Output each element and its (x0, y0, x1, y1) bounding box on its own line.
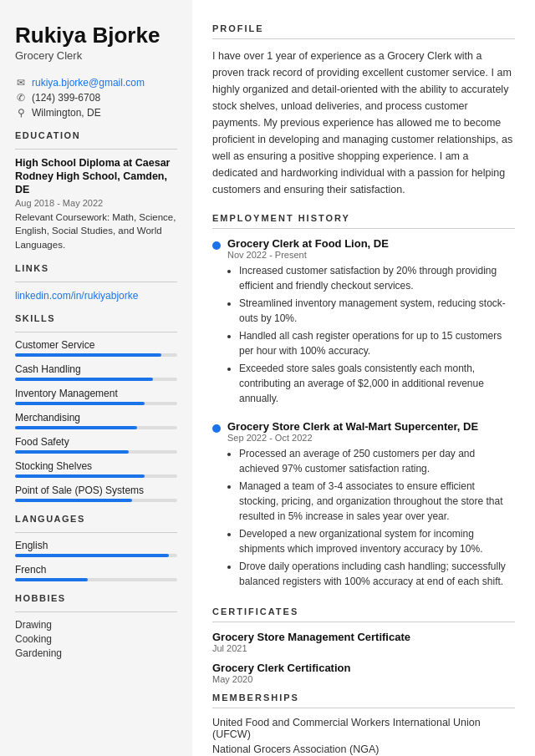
job-dot (212, 241, 221, 250)
memberships-list: United Food and Commercial Workers Inter… (212, 717, 515, 755)
skill-bar-bg (15, 426, 177, 429)
skill-label: Merchandising (15, 412, 177, 424)
language-item: French (15, 564, 177, 581)
certificate-item: Grocery Clerk Certification May 2020 (212, 662, 515, 684)
certificates-list: Grocery Store Management Certificate Jul… (212, 631, 515, 684)
certificate-item: Grocery Store Management Certificate Jul… (212, 631, 515, 653)
job-bullet: Increased customer satisfaction by 20% t… (239, 263, 515, 293)
job-title: Grocery Store Clerk at Wal-Mart Supercen… (227, 420, 515, 433)
job-block: Grocery Store Clerk at Wal-Mart Supercen… (212, 420, 515, 591)
candidate-name: Rukiya Bjorke (15, 23, 177, 48)
linkedin-link-container: linkedin.com/in/rukiyabjorke (15, 289, 177, 302)
main-content: PROFILE I have over 1 year of experience… (192, 0, 535, 756)
job-title: Grocery Clerk at Food Lion, DE (227, 237, 515, 250)
job-bullet: Drove daily operations including cash ha… (239, 559, 515, 589)
profile-text: I have over 1 year of experience as a Gr… (212, 48, 515, 198)
skill-bar-fill (15, 402, 145, 405)
employment-section-title: EMPLOYMENT HISTORY (212, 213, 515, 223)
location-icon: ⚲ (15, 107, 27, 119)
profile-divider (212, 38, 515, 39)
skill-label: Cash Handling (15, 363, 177, 375)
phone-contact: ✆ (124) 399-6708 (15, 92, 177, 104)
profile-section-title: PROFILE (212, 23, 515, 33)
edu-degree: High School Diploma at Caesar Rodney Hig… (15, 156, 177, 197)
skill-bar-fill (15, 474, 145, 478)
hobby-item: Cooking (15, 633, 177, 645)
skill-label: Point of Sale (POS) Systems (15, 485, 177, 496)
skill-label: Food Safety (15, 436, 177, 448)
skill-bar-bg (15, 378, 177, 381)
employment-divider (212, 228, 515, 229)
cert-date: Jul 2021 (212, 643, 515, 653)
skills-section-title: SKILLS (15, 313, 177, 323)
skill-bar-bg (15, 450, 177, 454)
location-text: Wilmington, DE (32, 107, 101, 119)
edu-coursework: Relevant Coursework: Math, Science, Engl… (15, 211, 177, 251)
skill-bar-fill (15, 353, 161, 357)
job-bullets: Increased customer satisfaction by 20% t… (227, 263, 515, 406)
education-section-title: EDUCATION (15, 130, 177, 140)
email-link[interactable]: rukiya.bjorke@gmail.com (32, 77, 145, 89)
job-dot (212, 424, 221, 433)
skill-bar-fill (15, 450, 129, 454)
membership-item: National Grocers Association (NGA) (212, 743, 515, 755)
skill-bar-bg (15, 353, 177, 357)
skill-item: Customer Service (15, 339, 177, 357)
job-bullet: Developed a new organizational system fo… (239, 526, 515, 556)
language-label: English (15, 540, 177, 551)
phone-number: (124) 399-6708 (32, 92, 100, 104)
memberships-divider (212, 708, 515, 708)
job-bullet: Processed an average of 250 customers pe… (239, 446, 515, 476)
cert-name: Grocery Clerk Certification (212, 662, 515, 674)
job-dot-col (212, 420, 227, 591)
languages-section-title: LANGUAGES (15, 514, 177, 524)
sidebar: Rukiya Bjorke Grocery Clerk ✉ rukiya.bjo… (0, 0, 192, 756)
hobbies-section-title: HOBBIES (15, 593, 177, 603)
memberships-section-title: MEMBERSHIPS (212, 693, 515, 703)
cert-date: May 2020 (212, 674, 515, 684)
language-bar-bg (15, 554, 177, 557)
hobby-item: Gardening (15, 647, 177, 659)
email-contact: ✉ rukiya.bjorke@gmail.com (15, 77, 177, 89)
location-contact: ⚲ Wilmington, DE (15, 107, 177, 119)
skill-label: Customer Service (15, 339, 177, 351)
hobbies-divider (15, 611, 177, 612)
phone-icon: ✆ (15, 92, 27, 104)
skill-item: Inventory Management (15, 388, 177, 405)
hobbies-list: DrawingCookingGardening (15, 619, 177, 659)
skill-bar-fill (15, 499, 132, 502)
job-bullet: Streamlined inventory management system,… (239, 296, 515, 326)
job-bullet: Managed a team of 3-4 associates to ensu… (239, 479, 515, 524)
skill-item: Merchandising (15, 412, 177, 429)
skills-list: Customer Service Cash Handling Inventory… (15, 339, 177, 502)
job-bullet: Handled all cash register operations for… (239, 328, 515, 358)
skill-bar-bg (15, 474, 177, 478)
skill-label: Stocking Shelves (15, 460, 177, 472)
certificates-divider (212, 622, 515, 622)
membership-item: United Food and Commercial Workers Inter… (212, 717, 515, 740)
hobby-item: Drawing (15, 619, 177, 631)
skill-item: Cash Handling (15, 363, 177, 381)
skill-bar-fill (15, 378, 153, 381)
candidate-title: Grocery Clerk (15, 49, 177, 62)
languages-divider (15, 532, 177, 533)
job-content: Grocery Store Clerk at Wal-Mart Supercen… (227, 420, 515, 591)
certificates-section-title: CERTIFICATES (212, 606, 515, 616)
language-bar-fill (15, 578, 88, 581)
skill-item: Food Safety (15, 436, 177, 454)
edu-dates: Aug 2018 - May 2022 (15, 198, 177, 208)
job-dot-col (212, 237, 227, 408)
job-block: Grocery Clerk at Food Lion, DE Nov 2022 … (212, 237, 515, 408)
language-bar-fill (15, 554, 169, 557)
language-bar-bg (15, 578, 177, 581)
linkedin-link[interactable]: linkedin.com/in/rukiyabjorke (15, 290, 138, 302)
job-content: Grocery Clerk at Food Lion, DE Nov 2022 … (227, 237, 515, 408)
cert-name: Grocery Store Management Certificate (212, 631, 515, 643)
job-bullet: Exceeded store sales goals consistently … (239, 361, 515, 406)
language-label: French (15, 564, 177, 576)
skill-bar-bg (15, 402, 177, 405)
skill-bar-fill (15, 426, 137, 429)
resume-container: Rukiya Bjorke Grocery Clerk ✉ rukiya.bjo… (0, 0, 535, 756)
links-divider (15, 282, 177, 282)
languages-list: English French (15, 540, 177, 581)
